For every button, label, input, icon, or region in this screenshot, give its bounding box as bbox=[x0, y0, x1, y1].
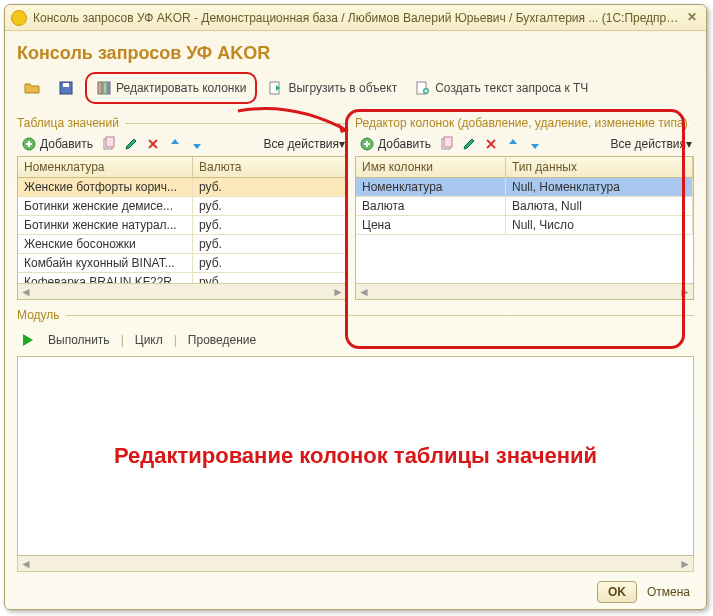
col-header[interactable]: Номенклатура bbox=[18, 157, 193, 177]
create-query-text-button[interactable]: Создать текст запроса к ТЧ bbox=[408, 76, 595, 100]
plus-circle-icon bbox=[21, 136, 37, 152]
scroll-right-icon[interactable]: ► bbox=[330, 285, 346, 299]
loop-button[interactable]: Цикл bbox=[128, 328, 170, 352]
folder-open-icon bbox=[24, 80, 40, 96]
module-toolbar: Выполнить | Цикл | Проведение bbox=[17, 324, 694, 356]
cancel-button[interactable]: Отмена bbox=[643, 582, 694, 602]
posting-button[interactable]: Проведение bbox=[181, 328, 263, 352]
table-row[interactable]: Ботинки женские натурал...руб. bbox=[18, 216, 346, 235]
table-row[interactable]: НоменклатураNull, Номенклатура bbox=[356, 178, 693, 197]
values-table: Номенклатура Валюта Женские ботфорты кор… bbox=[17, 156, 347, 300]
cell: руб. bbox=[193, 178, 346, 196]
app-logo-icon bbox=[11, 10, 27, 26]
cell: руб. bbox=[193, 197, 346, 215]
arrow-down-icon bbox=[527, 136, 543, 152]
column-editor-panel: Редактор колонок (добавление, удаление, … bbox=[355, 112, 694, 300]
cell: Null, Номенклатура bbox=[506, 178, 693, 196]
run-label-button[interactable]: Выполнить bbox=[41, 328, 117, 352]
edit-columns-button[interactable]: Редактировать колонки bbox=[89, 76, 253, 100]
h-scrollbar[interactable]: ◄ ► bbox=[18, 283, 346, 299]
values-table-body: Женские ботфорты корич...руб.Ботинки жен… bbox=[18, 178, 346, 283]
app-window: Консоль запросов УФ AKOR - Демонстрацион… bbox=[4, 4, 707, 610]
cell: Ботинки женские натурал... bbox=[18, 216, 193, 234]
code-editor[interactable]: Редактирование колонок таблицы значений bbox=[17, 356, 694, 556]
main-toolbar: Редактировать колонки Выгрузить в объект… bbox=[17, 72, 694, 104]
cell: руб. bbox=[193, 254, 346, 272]
cell: руб. bbox=[193, 235, 346, 253]
close-icon[interactable]: ✕ bbox=[684, 10, 700, 26]
move-up-button[interactable] bbox=[503, 134, 523, 154]
export-icon bbox=[268, 80, 284, 96]
highlighted-edit-columns: Редактировать колонки bbox=[85, 72, 257, 104]
window-title: Консоль запросов УФ AKOR - Демонстрацион… bbox=[33, 11, 684, 25]
run-button[interactable] bbox=[17, 330, 37, 350]
scroll-left-icon[interactable]: ◄ bbox=[356, 285, 372, 299]
ok-button[interactable]: OK bbox=[597, 581, 637, 603]
export-object-label: Выгрузить в объект bbox=[288, 79, 397, 97]
cell: Валюта bbox=[356, 197, 506, 215]
h-scrollbar[interactable]: ◄ ► bbox=[17, 556, 694, 572]
copy-button[interactable] bbox=[437, 134, 457, 154]
h-scrollbar[interactable]: ◄ ► bbox=[356, 283, 693, 299]
export-object-button[interactable]: Выгрузить в объект bbox=[261, 76, 404, 100]
add-row-button[interactable]: Добавить bbox=[17, 135, 97, 153]
pencil-icon bbox=[123, 136, 139, 152]
scroll-right-icon[interactable]: ► bbox=[677, 285, 693, 299]
cell: Женские босоножки bbox=[18, 235, 193, 253]
page-title: Консоль запросов УФ AKOR bbox=[17, 43, 694, 64]
col-header[interactable]: Имя колонки bbox=[356, 157, 506, 177]
delete-button[interactable] bbox=[143, 134, 163, 154]
footer: OK Отмена bbox=[597, 581, 694, 603]
cell: Номенклатура bbox=[356, 178, 506, 196]
svg-rect-1 bbox=[63, 83, 69, 87]
copy-button[interactable] bbox=[99, 134, 119, 154]
values-table-panel: Таблица значений Добавить Все действия ▾ bbox=[17, 112, 347, 300]
table-row[interactable]: Женские босоножкируб. bbox=[18, 235, 346, 254]
move-up-button[interactable] bbox=[165, 134, 185, 154]
scroll-right-icon[interactable]: ► bbox=[677, 557, 693, 571]
all-actions-menu[interactable]: Все действия ▾ bbox=[262, 135, 347, 153]
svg-rect-10 bbox=[106, 137, 114, 147]
copy-icon bbox=[101, 136, 117, 152]
move-down-button[interactable] bbox=[187, 134, 207, 154]
move-down-button[interactable] bbox=[525, 134, 545, 154]
svg-rect-3 bbox=[103, 82, 107, 94]
save-icon bbox=[58, 80, 74, 96]
cell: Женские ботфорты корич... bbox=[18, 178, 193, 196]
plus-circle-icon bbox=[359, 136, 375, 152]
col-header[interactable]: Тип данных bbox=[506, 157, 693, 177]
table-row[interactable]: Женские ботфорты корич...руб. bbox=[18, 178, 346, 197]
table-row[interactable]: Кофеварка BRAUN KF22Rруб. bbox=[18, 273, 346, 283]
scroll-left-icon[interactable]: ◄ bbox=[18, 285, 34, 299]
cell: Цена bbox=[356, 216, 506, 234]
columns-table: Имя колонки Тип данных НоменклатураNull,… bbox=[355, 156, 694, 300]
play-icon bbox=[19, 332, 35, 348]
svg-rect-2 bbox=[98, 82, 102, 94]
table-row[interactable]: Комбайн кухонный BINAT...руб. bbox=[18, 254, 346, 273]
svg-rect-13 bbox=[444, 137, 452, 147]
query-text-icon bbox=[415, 80, 431, 96]
edit-columns-label: Редактировать колонки bbox=[116, 79, 246, 97]
cell: Null, Число bbox=[506, 216, 693, 234]
columns-icon bbox=[96, 80, 112, 96]
cell: руб. bbox=[193, 216, 346, 234]
table-row[interactable]: Ботинки женские демисе...руб. bbox=[18, 197, 346, 216]
table-row[interactable]: ВалютаВалюта, Null bbox=[356, 197, 693, 216]
module-section: Модуль Выполнить | Цикл | Проведение Ред… bbox=[17, 308, 694, 572]
svg-rect-4 bbox=[108, 82, 110, 94]
values-toolbar: Добавить Все действия ▾ bbox=[17, 132, 347, 156]
module-label: Модуль bbox=[17, 308, 694, 322]
copy-icon bbox=[439, 136, 455, 152]
titlebar: Консоль запросов УФ AKOR - Демонстрацион… bbox=[5, 5, 706, 31]
scroll-left-icon[interactable]: ◄ bbox=[18, 557, 34, 571]
col-header[interactable]: Валюта bbox=[193, 157, 346, 177]
edit-button[interactable] bbox=[121, 134, 141, 154]
all-actions-menu[interactable]: Все действия ▾ bbox=[609, 135, 694, 153]
table-row[interactable]: ЦенаNull, Число bbox=[356, 216, 693, 235]
edit-button[interactable] bbox=[459, 134, 479, 154]
values-table-label: Таблица значений bbox=[17, 116, 347, 130]
open-button[interactable] bbox=[17, 77, 47, 99]
add-column-button[interactable]: Добавить bbox=[355, 135, 435, 153]
delete-button[interactable] bbox=[481, 134, 501, 154]
save-button[interactable] bbox=[51, 77, 81, 99]
